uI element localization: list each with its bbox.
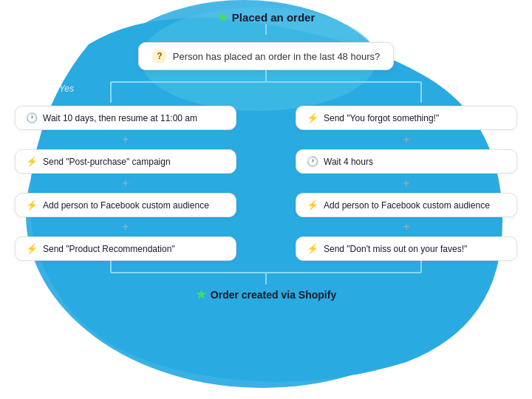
left-action-3-text: Send "Product Recommendation" <box>43 244 175 254</box>
bolt-icon-r0: ⚡ <box>307 112 318 123</box>
trigger-node: ★ Placed an order <box>217 10 316 24</box>
right-action-3-text: Send "Don't miss out on your faves!" <box>324 244 467 254</box>
plus-r0: + <box>403 134 409 146</box>
right-action-2-text: Add person to Facebook custom audience <box>324 200 490 211</box>
yes-label: Yes <box>59 83 74 94</box>
right-action-0: ⚡ Send "You forgot something!" <box>296 106 517 130</box>
left-action-1-text: Send "Post-purchase" campaign <box>43 157 171 167</box>
bolt-icon-r2: ⚡ <box>307 200 318 211</box>
left-action-0-text: Wait 10 days, then resume at 11:00 am <box>43 113 197 123</box>
plus-2: + <box>122 221 129 233</box>
left-action-3: ⚡ Send "Product Recommendation" <box>15 236 236 261</box>
end-label: Order created via Shopify <box>211 289 336 301</box>
no-label: No <box>447 83 458 94</box>
question-icon: ? <box>152 49 167 64</box>
end-node: ★ Order created via Shopify <box>196 287 336 301</box>
plus-1: + <box>122 177 129 189</box>
bolt-icon-2: ⚡ <box>26 200 38 211</box>
plus-0: + <box>122 134 129 146</box>
plus-r1: + <box>403 177 409 189</box>
left-action-1: ⚡ Send "Post-purchase" campaign <box>15 149 236 174</box>
plus-r2: + <box>403 221 409 233</box>
right-action-0-text: Send "You forgot something!" <box>324 113 439 123</box>
left-action-2-text: Add person to Facebook custom audience <box>43 200 209 211</box>
right-action-1-text: Wait 4 hours <box>324 157 373 167</box>
clock-icon-0: 🕐 <box>26 112 38 123</box>
left-column: 🕐 Wait 10 days, then resume at 11:00 am … <box>15 106 236 261</box>
right-action-1: 🕐 Wait 4 hours <box>296 149 517 174</box>
bolt-icon-r3: ⚡ <box>307 243 318 254</box>
bolt-icon-3: ⚡ <box>26 243 38 254</box>
right-action-2: ⚡ Add person to Facebook custom audience <box>296 193 517 217</box>
condition-text: Person has placed an order in the last 4… <box>173 51 380 62</box>
left-action-0: 🕐 Wait 10 days, then resume at 11:00 am <box>15 106 236 130</box>
trigger-label: Placed an order <box>232 11 316 24</box>
bolt-icon-1: ⚡ <box>26 156 38 167</box>
trigger-star-icon: ★ <box>217 10 228 24</box>
right-column: ⚡ Send "You forgot something!" + 🕐 Wait … <box>296 106 517 261</box>
right-action-3: ⚡ Send "Don't miss out on your faves!" <box>296 236 517 261</box>
condition-box: ? Person has placed an order in the last… <box>138 42 394 70</box>
clock-icon-r1: 🕐 <box>307 156 318 167</box>
end-star-icon: ★ <box>196 287 206 301</box>
left-action-2: ⚡ Add person to Facebook custom audience <box>15 193 236 217</box>
